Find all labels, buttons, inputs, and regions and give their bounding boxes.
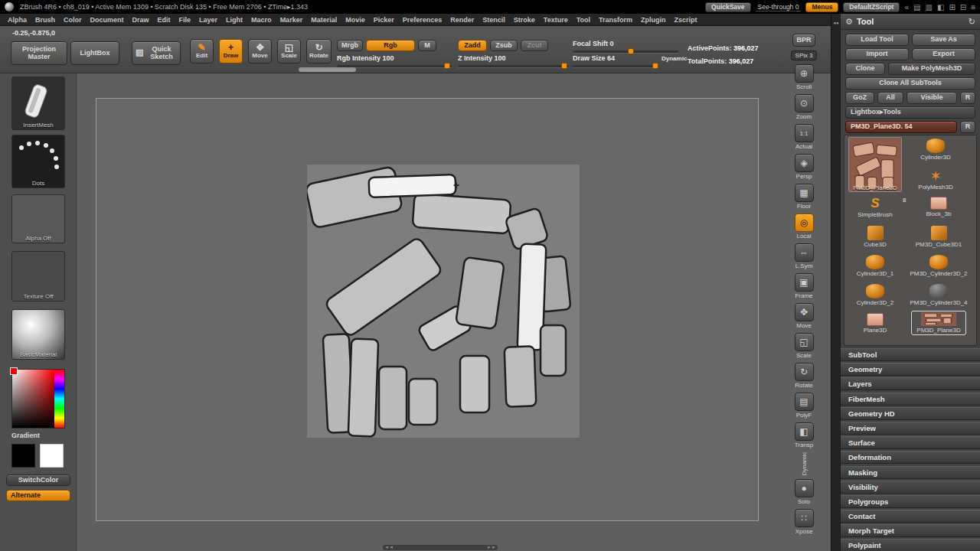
default-zscript-button[interactable]: DefaultZScript [843, 2, 900, 12]
section-fibermesh[interactable]: FiberMesh [841, 393, 980, 406]
spix-slider[interactable]: SPix3 [791, 51, 817, 60]
tool-cell-plane3d[interactable]: Plane3D [848, 313, 902, 334]
edit-button[interactable]: ✎ Edit [190, 39, 214, 64]
draw-button[interactable]: + Draw [219, 39, 243, 64]
slider-track[interactable] [458, 65, 569, 67]
current-tool-r-button[interactable]: R [960, 121, 975, 133]
tool-palette-header[interactable]: ⚙ Tool ↻ [841, 14, 980, 30]
menu-tool[interactable]: Tool [577, 16, 590, 24]
current-texture-thumbnail[interactable]: Texture Off [11, 251, 65, 302]
goz-button[interactable]: GoZ [845, 92, 874, 104]
tool-cell-cylinder3d-1[interactable]: Cylinder3D_1 [848, 255, 902, 277]
selected-tool-thumbnail[interactable]: PM3D_Plane3D [848, 137, 902, 192]
menu-light[interactable]: Light [226, 16, 243, 24]
split-view-icon[interactable]: ◧ [937, 2, 944, 12]
current-alpha-thumbnail[interactable]: Alpha Off [11, 194, 65, 243]
tool-cell-polymesh3d[interactable]: ✶PolyMesh3D [909, 169, 962, 191]
draw-size-slider[interactable]: Draw Size 64 [573, 54, 658, 67]
palette-cycle-icon[interactable]: ↻ [969, 17, 975, 27]
current-material-thumbnail[interactable]: BasicMaterial [11, 309, 65, 360]
tool-cell-pm3d-cylinder3d-2[interactable]: PM3D_Cylinder3D_2 [912, 255, 965, 277]
strip-item-frame[interactable]: ▣Frame [795, 273, 814, 299]
clone-button[interactable]: Clone [845, 63, 885, 75]
strip-item-dynamic[interactable]: Dynamic [792, 452, 815, 475]
tool-cell-block3b[interactable]: Block_3b [912, 197, 965, 217]
hue-strip[interactable] [54, 370, 64, 428]
section-layers[interactable]: Layers [841, 377, 980, 390]
make-polymesh3d-button[interactable]: Make PolyMesh3D [888, 63, 975, 75]
section-deformation[interactable]: Deformation [841, 451, 980, 464]
rotate-button[interactable]: ↻ Rotate [306, 39, 332, 64]
zsub-button[interactable]: Zsub [490, 40, 518, 51]
tool-cell-pm3d-cylinder3d-4[interactable]: PM3D_Cylinder3D_4 [912, 284, 965, 306]
panel-layout-icon[interactable]: ▤ [913, 2, 920, 12]
gradient-label[interactable]: Gradient [11, 432, 40, 439]
mrgb-button[interactable]: Mrgb [337, 40, 363, 51]
section-polypaint[interactable]: Polypaint [841, 539, 980, 551]
menu-texture[interactable]: Texture [544, 16, 568, 24]
saturation-value-area[interactable] [12, 370, 54, 428]
menu-zplugin[interactable]: Zplugin [641, 16, 666, 24]
tool-cell-pm3d-plane3d-selected[interactable]: PM3D_Plane3D [912, 311, 965, 334]
menu-alpha[interactable]: Alpha [8, 16, 27, 24]
scale-button[interactable]: ◱ Scale [277, 39, 301, 64]
menu-stencil[interactable]: Stencil [482, 16, 505, 24]
section-polygroups[interactable]: Polygroups [841, 495, 980, 508]
sculpt-canvas-image[interactable] [307, 165, 580, 438]
divider-toggle-icon[interactable]: « [904, 2, 909, 12]
goz-r-button[interactable]: R [960, 92, 975, 104]
shelf-scrollbar[interactable] [299, 67, 356, 72]
menu-picker[interactable]: Picker [374, 16, 394, 24]
strip-item-scale[interactable]: ◱Scale [795, 333, 814, 359]
menu-preferences[interactable]: Preferences [403, 16, 443, 24]
menu-edit[interactable]: Edit [158, 16, 171, 24]
see-through-slider[interactable]: See-through 0 [756, 3, 802, 11]
clone-all-subtools-button[interactable]: Clone All SubTools [845, 77, 975, 90]
strip-item-polyf[interactable]: ▤PolyF [795, 393, 814, 419]
switchcolor-button[interactable]: SwitchColor [6, 474, 70, 486]
menu-draw[interactable]: Draw [132, 16, 149, 24]
zadd-button[interactable]: Zadd [458, 40, 487, 51]
menus-button[interactable]: Menus [805, 2, 838, 12]
strip-item-local[interactable]: ◎Local [795, 214, 814, 240]
strip-item-transp[interactable]: ◧Transp [795, 422, 814, 448]
section-subtool[interactable]: SubTool [841, 348, 980, 361]
tool-cell-simplebrush[interactable]: SSimpleBrush [848, 197, 902, 218]
tool-cell-cylinder3d[interactable]: Cylinder3D [909, 139, 962, 161]
focal-shift-slider[interactable]: Focal Shift 0 [573, 40, 678, 53]
strip-item-rotate[interactable]: ↻Rotate [795, 363, 814, 389]
menu-transform[interactable]: Transform [599, 16, 632, 24]
strip-item-solo[interactable]: ●Solo [795, 479, 814, 505]
section-contact[interactable]: Contact [841, 510, 980, 523]
collapse-panel-icon[interactable]: ◂◂ [833, 20, 838, 25]
section-geometry[interactable]: Geometry [841, 363, 980, 376]
strip-item-move[interactable]: ✥Move [795, 303, 814, 329]
menu-render[interactable]: Render [450, 16, 474, 24]
menu-material[interactable]: Material [311, 16, 337, 24]
import-button[interactable]: Import [845, 48, 909, 60]
z-intensity-slider[interactable]: Z Intensity 100 [458, 54, 569, 67]
strip-item-scroll[interactable]: ⊕Scroll [795, 64, 814, 90]
zcut-button[interactable]: Zcut [521, 40, 548, 51]
move-button[interactable]: ✥ Move [248, 39, 272, 64]
menu-file[interactable]: File [179, 16, 191, 24]
section-morph-target[interactable]: Morph Target [841, 524, 980, 537]
menu-brush[interactable]: Brush [35, 16, 55, 24]
section-preview[interactable]: Preview [841, 422, 980, 435]
tool-cell-pm3d-cube3d1[interactable]: PM3D_Cube3D1 [912, 226, 965, 248]
panel-divider[interactable]: ◂◂ [831, 14, 840, 551]
canvas-horizontal-scrollbar[interactable]: ◄◄ ►► [383, 545, 498, 550]
strip-item-lsym[interactable]: ⇔L.Sym [795, 243, 814, 269]
section-visibility[interactable]: Visibility [841, 481, 980, 494]
tool-cell-cylinder3d-2[interactable]: Cylinder3D_2 [848, 284, 902, 306]
load-tool-button[interactable]: Load Tool [845, 34, 909, 46]
menu-document[interactable]: Document [90, 16, 124, 24]
slider-track[interactable] [573, 65, 658, 67]
goz-all-button[interactable]: All [877, 92, 903, 104]
canvas-area[interactable]: + ◄◄ ►► [77, 73, 831, 551]
alternate-button[interactable]: Alternate [6, 490, 70, 501]
color-picker[interactable] [11, 369, 65, 429]
quicksave-button[interactable]: QuickSave [705, 2, 750, 12]
goz-visible-button[interactable]: Visible [906, 92, 957, 104]
panel-columns-icon[interactable]: ▥ [925, 2, 932, 12]
